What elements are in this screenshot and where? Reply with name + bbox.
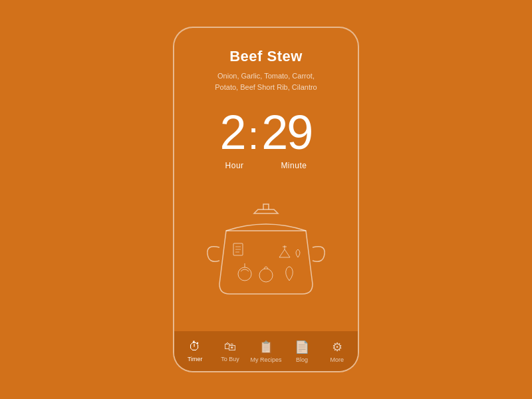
nav-item-my-recipes[interactable]: 📋 My Recipes [250, 340, 281, 363]
bag-icon: 🛍 [224, 340, 236, 354]
nav-label-timer: Timer [188, 356, 203, 362]
recipe-ingredients: Onion, Garlic, Tomato, Carrot,Potato, Be… [215, 70, 317, 92]
cooking-pot-illustration [200, 198, 332, 311]
nav-label-to-buy: To Buy [221, 356, 239, 362]
nav-label-my-recipes: My Recipes [250, 356, 281, 363]
svg-point-4 [259, 269, 273, 282]
timer-labels: Hour Minute [220, 161, 313, 170]
timer-display: 2 : 29 [220, 108, 313, 158]
pot-section [188, 184, 344, 331]
nav-bar: ⏱ Timer 🛍 To Buy 📋 My Recipes 📄 Blog ⚙ M… [174, 331, 358, 371]
timer-section: 2 : 29 Hour Minute [220, 108, 313, 170]
nav-item-more[interactable]: ⚙ More [323, 340, 352, 363]
timer-icon: ⏱ [189, 340, 201, 354]
timer-label-hour: Hour [225, 161, 244, 170]
timer-label-minute: Minute [281, 161, 307, 170]
nav-label-more: More [330, 356, 344, 363]
nav-label-blog: Blog [296, 356, 308, 363]
more-icon: ⚙ [332, 340, 342, 354]
timer-minute[interactable]: 29 [261, 108, 312, 156]
recipe-title: Beef Stew [229, 48, 303, 65]
svg-marker-0 [254, 209, 278, 213]
timer-hour[interactable]: 2 [220, 108, 245, 156]
phone-container: Beef Stew Onion, Garlic, Tomato, Carrot,… [173, 27, 359, 372]
nav-item-timer[interactable]: ⏱ Timer [180, 340, 209, 362]
blog-icon: 📄 [295, 340, 309, 354]
phone-content: Beef Stew Onion, Garlic, Tomato, Carrot,… [174, 28, 358, 331]
nav-item-to-buy[interactable]: 🛍 To Buy [215, 340, 245, 362]
timer-colon: : [248, 116, 259, 158]
nav-item-blog[interactable]: 📄 Blog [287, 340, 317, 363]
recipes-icon: 📋 [259, 340, 273, 354]
